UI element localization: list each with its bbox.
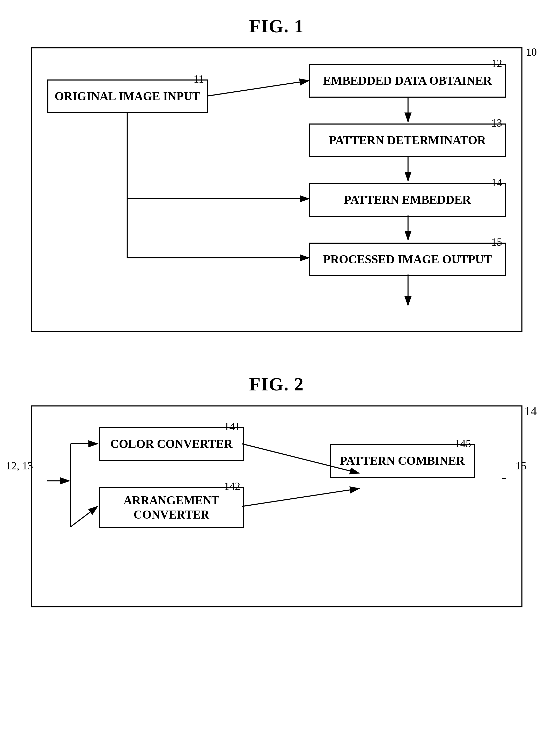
fig1-inner: 11 ORIGINAL IMAGE INPUT 12 EMBEDDED DATA… [47, 64, 506, 316]
fig2-output-label: 15 [516, 460, 527, 472]
color-converter-label: COLOR CONVERTER [110, 437, 233, 451]
svg-line-16 [242, 489, 359, 506]
arrangement-converter-label: ARRANGEMENT CONVERTER [100, 493, 243, 522]
ref-141: 141 [224, 420, 240, 433]
fig2-title: FIG. 2 [31, 373, 523, 395]
ref-145: 145 [455, 437, 471, 450]
ref-11: 11 [193, 73, 204, 85]
pattern-combiner-label: PATTERN COMBINER [340, 454, 465, 468]
block-pattern-determinator: 13 PATTERN DETERMINATOR [309, 124, 506, 157]
block-embedded-data-obtainer: 12 EMBEDDED DATA OBTAINER [309, 64, 506, 97]
fig1-title: FIG. 1 [31, 15, 523, 37]
fig2-ref-14: 14 [525, 404, 537, 418]
fig2-outer-box: 14 141 COLOR CONVERTER 142 ARRANGEMENT C… [31, 405, 523, 607]
block-processed-image-output: 15 PROCESSED IMAGE OUTPUT [309, 243, 506, 276]
ref-142: 142 [224, 480, 240, 492]
block-pattern-embedder: 14 PATTERN EMBEDDER [309, 183, 506, 217]
block-color-converter: 141 COLOR CONVERTER [99, 427, 244, 461]
pattern-determinator-label: PATTERN DETERMINATOR [329, 133, 486, 147]
block-pattern-combiner: 145 PATTERN COMBINER [330, 444, 475, 478]
ref-15: 15 [491, 236, 502, 248]
fig1-outer-box: 10 11 ORIGINAL IMAGE INPUT 12 EMBEDDED D… [31, 47, 523, 332]
svg-line-13 [70, 506, 97, 527]
ref-14: 14 [491, 176, 502, 189]
block-original-image-input: 11 ORIGINAL IMAGE INPUT [47, 79, 208, 113]
embedded-data-obtainer-label: EMBEDDED DATA OBTAINER [323, 74, 492, 88]
block-arrangement-converter: 142 ARRANGEMENT CONVERTER [99, 487, 244, 528]
ref-13: 13 [491, 117, 502, 129]
fig2-section: FIG. 2 14 141 COLOR CONVERTER 142 ARRANG… [31, 373, 523, 607]
pattern-embedder-label: PATTERN EMBEDDER [344, 193, 471, 207]
fig1-ref-10: 10 [526, 46, 537, 58]
processed-image-output-label: PROCESSED IMAGE OUTPUT [323, 252, 492, 266]
ref-12: 12 [491, 57, 502, 70]
fig1-section: FIG. 1 10 11 ORIGINAL IMAGE INPUT 12 EMB… [31, 15, 523, 332]
svg-line-9 [207, 80, 309, 96]
fig2-input-label: 12, 13 [6, 460, 33, 472]
original-image-input-label: ORIGINAL IMAGE INPUT [55, 89, 200, 103]
fig2-inner: 141 COLOR CONVERTER 142 ARRANGEMENT CONV… [47, 422, 506, 591]
